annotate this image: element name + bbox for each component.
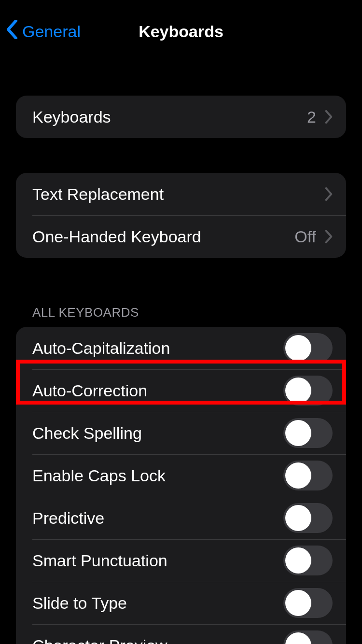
character-preview-toggle[interactable] (283, 630, 333, 644)
group-keyboards: Keyboards 2 (16, 96, 346, 138)
predictive-label: Predictive (32, 509, 283, 528)
chevron-left-icon (6, 20, 22, 43)
smart-punctuation-row: Smart Punctuation (16, 539, 346, 582)
predictive-toggle[interactable] (283, 503, 333, 533)
one-handed-row[interactable]: One-Handed Keyboard Off (16, 215, 346, 258)
keyboards-row[interactable]: Keyboards 2 (16, 96, 346, 138)
enable-caps-lock-row: Enable Caps Lock (16, 454, 346, 497)
chevron-right-icon (325, 110, 333, 124)
nav-bar: General Keyboards (0, 0, 362, 63)
auto-capitalization-toggle[interactable] (283, 333, 333, 363)
chevron-right-icon (325, 187, 333, 201)
enable-caps-lock-toggle[interactable] (283, 461, 333, 490)
character-preview-label: Character Preview (32, 636, 283, 644)
auto-correction-label: Auto-Correction (32, 381, 283, 400)
predictive-row: Predictive (16, 497, 346, 539)
auto-correction-row: Auto-Correction (16, 369, 346, 412)
slide-to-type-toggle[interactable] (283, 588, 333, 618)
text-replacement-label: Text Replacement (32, 185, 325, 204)
one-handed-label: One-Handed Keyboard (32, 227, 294, 246)
auto-capitalization-row: Auto-Capitalization (16, 327, 346, 369)
auto-correction-toggle[interactable] (283, 376, 333, 406)
text-replacement-row[interactable]: Text Replacement (16, 173, 346, 215)
one-handed-value: Off (294, 227, 316, 246)
character-preview-row: Character Preview (16, 624, 346, 644)
slide-to-type-label: Slide to Type (32, 594, 283, 613)
smart-punctuation-label: Smart Punctuation (32, 551, 283, 570)
group-text-options: Text Replacement One-Handed Keyboard Off (16, 173, 346, 258)
keyboards-label: Keyboards (32, 108, 307, 126)
back-label: General (22, 22, 81, 41)
chevron-right-icon (325, 230, 333, 243)
slide-to-type-row: Slide to Type (16, 582, 346, 624)
auto-capitalization-label: Auto-Capitalization (32, 339, 283, 358)
group-all-keyboards: Auto-Capitalization Auto-Correction Chec… (16, 327, 346, 644)
keyboards-count: 2 (307, 108, 316, 126)
check-spelling-toggle[interactable] (283, 418, 333, 448)
page-title: Keyboards (139, 22, 223, 41)
check-spelling-row: Check Spelling (16, 412, 346, 454)
back-button[interactable]: General (6, 0, 81, 63)
section-header-all-keyboards: ALL KEYBOARDS (16, 305, 346, 327)
enable-caps-lock-label: Enable Caps Lock (32, 466, 283, 485)
check-spelling-label: Check Spelling (32, 424, 283, 443)
smart-punctuation-toggle[interactable] (283, 546, 333, 575)
